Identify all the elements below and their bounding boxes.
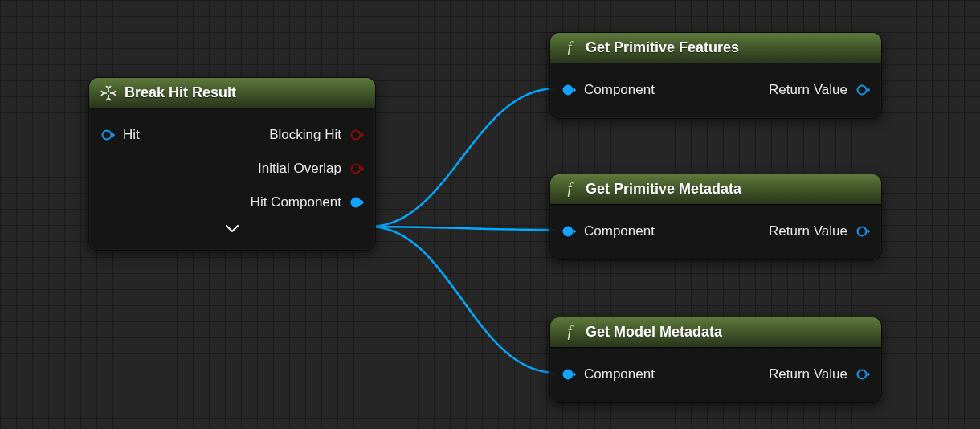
pin-label: Hit — [123, 127, 140, 143]
pin-connector-icon — [349, 195, 364, 210]
pin-connector-icon — [349, 128, 364, 142]
node-get-primitive-metadata[interactable]: f Get Primitive Metadata Component Retur… — [549, 174, 882, 260]
node-header[interactable]: f Get Model Metadata — [550, 317, 881, 348]
node-break-hit-result[interactable]: Break Hit Result Hit Blocking Hit — [88, 77, 376, 251]
pin-label: Return Value — [769, 82, 847, 98]
pin-connector-icon — [100, 128, 115, 142]
svg-point-6 — [564, 227, 573, 236]
svg-point-5 — [858, 86, 867, 95]
pin-connector-icon — [561, 224, 576, 239]
pin-component-input[interactable]: Component — [561, 82, 655, 98]
pin-label: Initial Overlap — [258, 161, 341, 177]
pin-label: Component — [584, 82, 655, 98]
node-get-primitive-features[interactable]: f Get Primitive Features Component Retur… — [549, 32, 882, 119]
pin-label: Blocking Hit — [269, 127, 341, 143]
svg-point-9 — [858, 370, 867, 379]
pin-return-value-output[interactable]: Return Value — [769, 366, 870, 382]
node-title: Get Model Metadata — [586, 324, 722, 341]
pin-label: Component — [584, 223, 655, 239]
node-body: Hit Blocking Hit Initial Overlap — [89, 108, 375, 250]
pin-return-value-output[interactable]: Return Value — [769, 223, 870, 239]
pin-label: Component — [584, 366, 655, 382]
pin-connector-icon — [855, 83, 870, 97]
pin-initial-overlap-output[interactable]: Initial Overlap — [258, 161, 364, 177]
pin-return-value-output[interactable]: Return Value — [769, 82, 870, 98]
pin-label: Return Value — [769, 223, 847, 239]
function-icon: f — [561, 182, 578, 198]
svg-point-3 — [352, 198, 361, 207]
node-header[interactable]: f Get Primitive Features — [550, 33, 881, 63]
pin-label: Return Value — [769, 366, 847, 382]
node-title: Break Hit Result — [125, 84, 236, 101]
svg-point-1 — [352, 131, 361, 140]
expand-pins-button[interactable] — [100, 219, 364, 239]
node-body: Component Return Value — [550, 205, 881, 259]
pin-connector-icon — [561, 367, 576, 382]
pin-component-input[interactable]: Component — [561, 223, 655, 239]
node-body: Component Return Value — [550, 348, 881, 402]
svg-point-4 — [564, 86, 573, 95]
pin-label: Hit Component — [251, 194, 341, 210]
node-title: Get Primitive Features — [586, 39, 739, 56]
break-struct-icon — [100, 85, 116, 101]
pin-blocking-hit-output[interactable]: Blocking Hit — [269, 127, 364, 143]
pin-component-input[interactable]: Component — [561, 366, 655, 382]
chevron-down-icon — [225, 223, 239, 236]
node-title: Get Primitive Metadata — [586, 181, 741, 198]
svg-point-7 — [858, 227, 867, 236]
pin-hit-input[interactable]: Hit — [100, 127, 140, 143]
node-header[interactable]: f Get Primitive Metadata — [550, 174, 881, 205]
node-header[interactable]: Break Hit Result — [89, 78, 375, 108]
pin-connector-icon — [349, 161, 364, 176]
svg-point-2 — [352, 165, 361, 174]
svg-point-8 — [564, 370, 573, 379]
pin-connector-icon — [855, 224, 870, 239]
function-icon: f — [561, 40, 578, 56]
pin-connector-icon — [855, 367, 870, 382]
pin-hit-component-output[interactable]: Hit Component — [251, 194, 364, 210]
node-get-model-metadata[interactable]: f Get Model Metadata Component Return Va… — [549, 317, 882, 403]
node-body: Component Return Value — [550, 63, 881, 118]
function-icon: f — [561, 325, 578, 341]
pin-connector-icon — [561, 83, 576, 97]
svg-point-0 — [103, 131, 112, 140]
